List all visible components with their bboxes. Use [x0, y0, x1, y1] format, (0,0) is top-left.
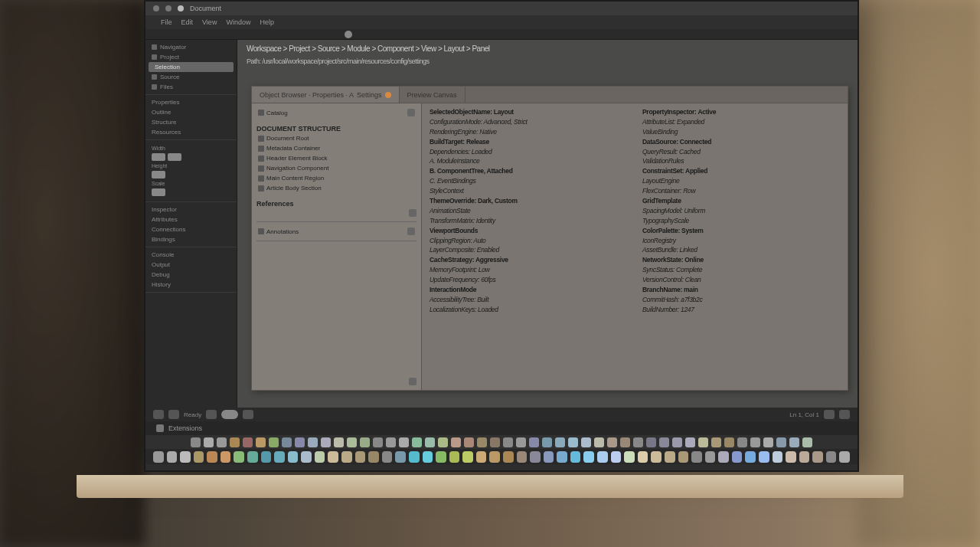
control-input[interactable]	[152, 188, 165, 196]
dock-app-icon[interactable]	[477, 437, 487, 447]
menu-view[interactable]: View	[202, 18, 217, 26]
sidebar-item[interactable]: History	[145, 280, 237, 290]
dock-app-icon[interactable]	[745, 451, 756, 463]
dock-app-icon[interactable]	[464, 437, 474, 447]
expand-icon[interactable]	[407, 109, 415, 116]
dock-app-icon[interactable]	[315, 451, 325, 463]
dock-app-icon[interactable]	[732, 451, 743, 463]
dock-app-icon[interactable]	[691, 451, 702, 463]
status-icon[interactable]	[206, 410, 217, 419]
dock-app-icon[interactable]	[490, 437, 500, 447]
sidebar-item[interactable]: Properties	[145, 97, 237, 107]
dock-app-icon[interactable]	[274, 451, 285, 463]
dock-app-icon[interactable]	[425, 437, 435, 447]
dock-app-icon[interactable]	[517, 451, 528, 463]
breadcrumb-line1[interactable]: Workspace > Project > Source > Module > …	[237, 40, 858, 57]
dock-app-icon[interactable]	[594, 437, 604, 447]
dock-app-icon[interactable]	[568, 437, 578, 447]
dock-app-icon[interactable]	[607, 437, 617, 447]
window-control-max[interactable]	[178, 5, 184, 11]
panel-tab-preview[interactable]: Preview Canvas	[400, 87, 466, 103]
dock-app-icon[interactable]	[581, 437, 591, 447]
dock-app-icon[interactable]	[799, 451, 810, 463]
dock-app-icon[interactable]	[802, 437, 812, 447]
dock-app-icon[interactable]	[256, 437, 266, 447]
dock-app-icon[interactable]	[542, 437, 552, 447]
dock-app-icon[interactable]	[191, 437, 201, 447]
dock-app-icon[interactable]	[678, 451, 689, 463]
dock-app-icon[interactable]	[449, 451, 460, 463]
outline-item[interactable]: Main Content Region	[256, 174, 416, 182]
dock-app-icon[interactable]	[544, 451, 554, 463]
dock-app-icon[interactable]	[633, 437, 643, 447]
dock-app-icon[interactable]	[624, 451, 635, 463]
dock-app-icon[interactable]	[282, 437, 292, 447]
dock-app-icon[interactable]	[308, 437, 318, 447]
dock-app-icon[interactable]	[786, 451, 796, 463]
sidebar-item[interactable]: Debug	[145, 270, 237, 280]
status-icon[interactable]	[824, 410, 835, 419]
sidebar-item[interactable]: Resources	[145, 127, 237, 137]
sidebar-item[interactable]: Bindings	[145, 234, 237, 244]
dock-app-icon[interactable]	[217, 437, 227, 447]
dock-app-icon[interactable]	[685, 437, 695, 447]
dock-app-icon[interactable]	[436, 451, 446, 463]
control-input[interactable]	[152, 153, 165, 161]
dock-app-icon[interactable]	[167, 451, 178, 463]
dock-app-icon[interactable]	[328, 451, 338, 463]
dock-app-icon[interactable]	[220, 451, 231, 463]
dock-app-icon[interactable]	[423, 451, 433, 463]
menu-window[interactable]: Window	[226, 18, 250, 26]
dock-app-icon[interactable]	[503, 437, 513, 447]
sidebar-item[interactable]: Outline	[145, 107, 237, 117]
dock-app-icon[interactable]	[776, 437, 786, 447]
dock-app-icon[interactable]	[288, 451, 299, 463]
dock-app-icon[interactable]	[438, 437, 448, 447]
dock-app-icon[interactable]	[207, 451, 217, 463]
menu-file[interactable]: File	[161, 18, 172, 26]
outline-footer-item[interactable]: Annotations	[256, 227, 416, 236]
dock-app-icon[interactable]	[711, 437, 721, 447]
dock-app-icon[interactable]	[724, 437, 734, 447]
outline-item[interactable]: Article Body Section	[256, 184, 416, 192]
dock-app-icon[interactable]	[516, 437, 526, 447]
status-icon[interactable]	[839, 410, 850, 419]
dock-app-icon[interactable]	[373, 437, 383, 447]
dock-app-icon[interactable]	[247, 451, 258, 463]
dock-app-icon[interactable]	[334, 437, 344, 447]
control-input[interactable]	[152, 171, 165, 179]
dock-app-icon[interactable]	[705, 451, 716, 463]
sidebar-item[interactable]: Output	[145, 260, 237, 270]
extensions-icon[interactable]	[156, 424, 164, 432]
dock-app-icon[interactable]	[204, 437, 214, 447]
dock-app-icon[interactable]	[368, 451, 379, 463]
dock-app-icon[interactable]	[476, 451, 487, 463]
dock-app-icon[interactable]	[382, 451, 393, 463]
dock-app-icon[interactable]	[620, 437, 630, 447]
dock-app-icon[interactable]	[789, 437, 799, 447]
sidebar-item[interactable]: Console	[145, 250, 237, 260]
dock-app-icon[interactable]	[826, 451, 837, 463]
dock-app-icon[interactable]	[763, 437, 773, 447]
dock-app-icon[interactable]	[651, 451, 662, 463]
status-icon[interactable]	[243, 410, 253, 419]
dock-app-icon[interactable]	[194, 451, 204, 463]
sidebar-item[interactable]: Project	[145, 52, 237, 62]
dock-app-icon[interactable]	[530, 451, 541, 463]
dock-app-icon[interactable]	[386, 437, 396, 447]
dock-app-icon[interactable]	[812, 451, 823, 463]
outline-item[interactable]: Navigation Component	[256, 164, 416, 172]
dock-app-icon[interactable]	[395, 451, 406, 463]
dock-app-icon[interactable]	[570, 451, 581, 463]
control-input[interactable]	[168, 153, 181, 161]
window-control-min[interactable]	[165, 5, 172, 11]
dock-app-icon[interactable]	[750, 437, 760, 447]
dock-app-icon[interactable]	[261, 451, 272, 463]
dock-app-icon[interactable]	[597, 451, 608, 463]
sidebar-item-selected[interactable]: Selection	[149, 62, 234, 72]
sidebar-item[interactable]: Navigator	[145, 42, 237, 52]
status-icon[interactable]	[168, 410, 179, 419]
dock-app-icon[interactable]	[659, 437, 669, 447]
window-control-close[interactable]	[153, 5, 159, 11]
dock-app-icon[interactable]	[773, 451, 783, 463]
